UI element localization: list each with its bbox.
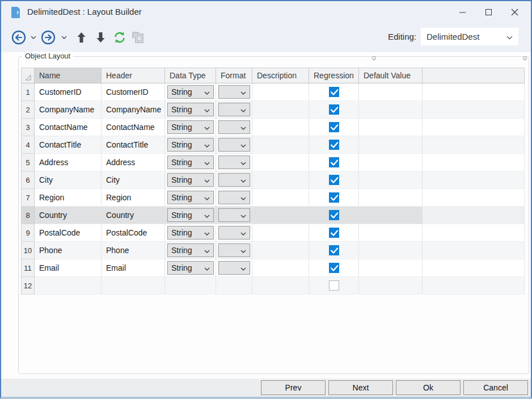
data-type-cell[interactable]: String: [165, 259, 216, 277]
format-dropdown[interactable]: [218, 103, 250, 116]
row-number-cell[interactable]: 10: [22, 242, 35, 259]
regression-cell[interactable]: [309, 171, 359, 189]
format-cell[interactable]: [216, 154, 252, 171]
description-cell[interactable]: [252, 242, 309, 259]
default-value-cell[interactable]: [359, 136, 423, 154]
data-type-cell[interactable]: String: [165, 154, 216, 171]
default-value-cell[interactable]: [359, 83, 423, 101]
regression-cell[interactable]: [309, 224, 359, 242]
back-dropdown-chevron[interactable]: [27, 29, 40, 46]
row-number-cell[interactable]: 1: [22, 83, 35, 101]
data-type-cell[interactable]: String: [165, 189, 216, 207]
maximize-button[interactable]: [475, 1, 501, 23]
row-number-cell[interactable]: 3: [22, 119, 35, 136]
data-type-dropdown[interactable]: String: [167, 85, 214, 99]
regression-cell[interactable]: [309, 154, 359, 171]
column-header-data-type[interactable]: Data Type: [165, 68, 216, 83]
editing-dropdown[interactable]: DelimitedDest: [421, 28, 518, 45]
back-button[interactable]: [10, 29, 27, 46]
select-all-corner[interactable]: [22, 68, 35, 83]
row-number-cell[interactable]: 2: [22, 101, 35, 119]
name-cell[interactable]: ContactTitle: [35, 136, 102, 154]
data-type-dropdown[interactable]: String: [167, 120, 214, 134]
data-type-dropdown[interactable]: String: [167, 208, 214, 222]
regression-cell[interactable]: [309, 207, 359, 224]
description-cell[interactable]: [252, 207, 309, 224]
header-cell[interactable]: [102, 277, 165, 295]
close-button[interactable]: [501, 1, 527, 23]
name-cell[interactable]: [35, 277, 102, 295]
header-cell[interactable]: CompanyName: [102, 101, 165, 119]
header-cell[interactable]: CustomerID: [102, 83, 165, 101]
format-cell[interactable]: [216, 136, 252, 154]
format-cell[interactable]: [216, 242, 252, 259]
data-type-cell[interactable]: String: [165, 101, 216, 119]
header-cell[interactable]: Email: [102, 259, 165, 277]
column-header-header[interactable]: Header: [102, 68, 165, 83]
next-button[interactable]: Next: [328, 380, 393, 395]
data-type-dropdown[interactable]: String: [167, 261, 214, 275]
name-cell[interactable]: Address: [35, 154, 102, 171]
format-dropdown[interactable]: [218, 120, 250, 134]
format-dropdown[interactable]: [218, 261, 250, 275]
regression-cell[interactable]: [309, 136, 359, 154]
header-cell[interactable]: City: [102, 171, 165, 189]
prev-button[interactable]: Prev: [261, 380, 326, 395]
regression-checkbox[interactable]: [329, 210, 339, 220]
format-dropdown[interactable]: [218, 191, 250, 204]
format-dropdown[interactable]: [218, 208, 250, 222]
header-cell[interactable]: Region: [102, 189, 165, 207]
name-cell[interactable]: PostalCode: [35, 224, 102, 242]
move-down-button[interactable]: [91, 29, 110, 46]
data-type-dropdown[interactable]: String: [167, 173, 214, 187]
description-cell[interactable]: [252, 259, 309, 277]
regression-cell[interactable]: [309, 101, 359, 119]
default-value-cell[interactable]: [359, 207, 423, 224]
format-cell[interactable]: [216, 83, 252, 101]
default-value-cell[interactable]: [359, 277, 423, 295]
refresh-button[interactable]: [110, 29, 129, 46]
regression-checkbox[interactable]: [329, 263, 339, 273]
data-type-cell[interactable]: String: [165, 224, 216, 242]
regression-cell[interactable]: [309, 259, 359, 277]
header-cell[interactable]: Country: [102, 207, 165, 224]
data-type-cell[interactable]: String: [165, 136, 216, 154]
regression-cell[interactable]: [309, 242, 359, 259]
data-type-cell[interactable]: String: [165, 83, 216, 101]
regression-checkbox[interactable]: [329, 280, 339, 291]
description-cell[interactable]: [252, 101, 309, 119]
description-cell[interactable]: [252, 136, 309, 154]
format-cell[interactable]: [216, 277, 252, 295]
minimize-button[interactable]: [449, 1, 475, 23]
format-cell[interactable]: [216, 224, 252, 242]
default-value-cell[interactable]: [359, 154, 423, 171]
column-header-name[interactable]: Name: [35, 68, 102, 83]
data-type-cell[interactable]: String: [165, 119, 216, 136]
default-value-cell[interactable]: [359, 224, 423, 242]
row-number-cell[interactable]: 12: [22, 277, 35, 295]
default-value-cell[interactable]: [359, 119, 423, 136]
data-type-dropdown[interactable]: String: [167, 243, 214, 257]
column-header-default-value[interactable]: Default Value: [359, 68, 423, 83]
format-cell[interactable]: [216, 101, 252, 119]
regression-checkbox[interactable]: [329, 157, 339, 167]
name-cell[interactable]: Email: [35, 259, 102, 277]
regression-checkbox[interactable]: [329, 87, 339, 97]
forward-button[interactable]: [40, 29, 57, 46]
description-cell[interactable]: [252, 224, 309, 242]
move-up-button[interactable]: [71, 29, 91, 46]
data-type-cell[interactable]: [165, 277, 216, 295]
description-cell[interactable]: [252, 277, 309, 295]
data-type-cell[interactable]: String: [165, 171, 216, 189]
default-value-cell[interactable]: [359, 259, 423, 277]
regression-cell[interactable]: [309, 83, 359, 101]
regression-cell[interactable]: [309, 119, 359, 136]
format-cell[interactable]: [216, 119, 252, 136]
regression-checkbox[interactable]: [329, 104, 339, 115]
format-dropdown[interactable]: [218, 173, 250, 187]
regression-cell[interactable]: [309, 277, 359, 295]
description-cell[interactable]: [252, 154, 309, 171]
data-type-cell[interactable]: String: [165, 242, 216, 259]
description-cell[interactable]: [252, 189, 309, 207]
description-cell[interactable]: [252, 171, 309, 189]
